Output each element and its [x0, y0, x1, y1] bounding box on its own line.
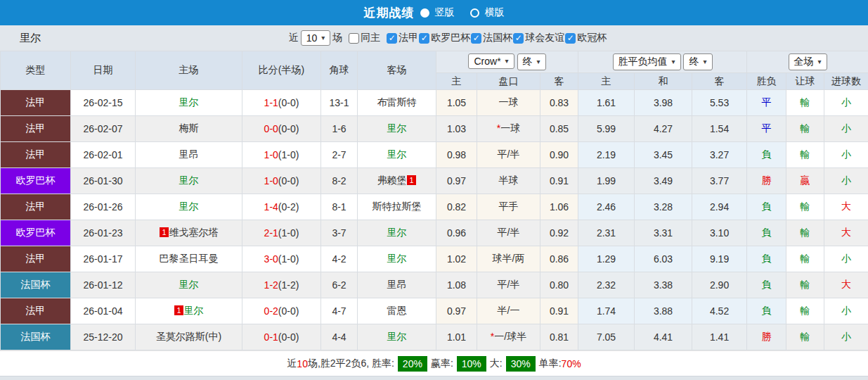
table-row: 欧罗巴杯26-01-231维戈塞尔塔2-1(1-0)3-7里尔0.96平/半0.… — [1, 220, 868, 246]
recent-count-select[interactable]: 10▾ — [301, 30, 331, 46]
handicap-result-cell: 輸 — [786, 194, 824, 220]
league-checkbox[interactable]: ✓欧罗巴杯 — [419, 32, 470, 44]
goals-result-cell: 小 — [824, 298, 868, 324]
avg-away-cell: 1.54 — [692, 116, 747, 142]
avg-away-cell: 3.77 — [692, 168, 747, 194]
score-halftime: (0-0) — [278, 123, 299, 134]
subcol-avg-draw: 和 — [635, 73, 692, 90]
avg-home-cell: 2.31 — [578, 220, 635, 246]
away-team-cell: 弗赖堡1 — [358, 168, 436, 194]
team-name: 里尔 — [20, 32, 41, 45]
goals-result-cell: 小 — [824, 90, 868, 116]
chevron-down-icon: ▾ — [505, 58, 509, 65]
away-team-cell: 里尔 — [358, 324, 436, 350]
col-header-type: 类型 — [1, 51, 71, 90]
handicap-result-cell: 輸 — [786, 90, 824, 116]
away-team-cell: 里昂 — [358, 272, 436, 298]
score-cell: 1-0(1-0) — [242, 142, 321, 168]
odds-time-select[interactable]: 终▾ — [517, 53, 546, 70]
odds-home-cell: 1.02 — [436, 246, 477, 272]
league-checkbox[interactable]: ✓法国杯 — [471, 32, 512, 44]
odds-home-cell: 0.97 — [436, 168, 477, 194]
result-cell: 負 — [747, 246, 786, 272]
match-type-cell: 法甲 — [1, 194, 71, 220]
layout-radio-vertical-icon[interactable] — [420, 8, 429, 18]
handicap-cell: 平手 — [477, 194, 540, 220]
match-type-cell: 法甲 — [1, 90, 71, 116]
score-cell: 1-2(1-2) — [242, 272, 321, 298]
summary-text: 赢率: — [431, 357, 453, 370]
match-date-cell: 26-01-12 — [71, 272, 136, 298]
layout-radio-vertical-label[interactable]: 竖版 — [435, 6, 455, 19]
home-team-cell: 里昂 — [136, 142, 242, 168]
rank-badge: 1 — [407, 175, 415, 185]
page-title: 近期战绩 — [364, 5, 415, 21]
team-name: 里尔 — [179, 279, 199, 290]
match-type-cell: 法甲 — [1, 142, 71, 168]
avg-away-cell: 3.27 — [692, 142, 747, 168]
team-name: 里尔 — [179, 175, 199, 186]
away-team-cell: 里尔 — [358, 116, 436, 142]
avg-home-cell: 1.99 — [578, 168, 635, 194]
away-team-cell: 里尔 — [358, 246, 436, 272]
score-fulltime: 3-0 — [264, 253, 278, 265]
result-cell: 勝 — [747, 324, 786, 350]
chevron-down-icon: ▾ — [321, 34, 325, 42]
avg-home-cell: 1.74 — [578, 298, 635, 324]
subcol-avg-home: 主 — [578, 73, 635, 90]
score-halftime: (0-2) — [278, 201, 299, 213]
scope-select[interactable]: 全场▾ — [789, 53, 827, 70]
score-cell: 2-1(1-0) — [242, 220, 321, 246]
handicap-result-cell: 輸 — [786, 246, 824, 272]
league-label: 法国杯 — [483, 32, 512, 44]
avg-away-cell: 3.10 — [692, 220, 747, 246]
layout-radio-horizontal-icon[interactable] — [470, 8, 479, 18]
handicap-cell: 平/半 — [477, 142, 540, 168]
summary-text: 单率: — [539, 357, 562, 370]
score-fulltime: 0-2 — [264, 305, 278, 317]
odds-home-cell: 0.96 — [436, 220, 477, 246]
avg-home-cell: 5.99 — [578, 116, 635, 142]
corner-cell: 6-2 — [321, 272, 358, 298]
avg-time-select[interactable]: 终▾ — [683, 53, 712, 70]
away-team-cell: 布雷斯特 — [358, 90, 436, 116]
avg-home-cell: 2.46 — [578, 194, 635, 220]
avg-away-cell: 1.41 — [692, 324, 747, 350]
result-cell: 負 — [747, 194, 786, 220]
odds-source-select[interactable]: Crow*▾ — [468, 53, 514, 69]
avg-draw-cell: 3.38 — [635, 272, 692, 298]
score-halftime: (0-0) — [278, 97, 299, 108]
score-fulltime: 1-0 — [264, 149, 278, 160]
col-header-away: 客场 — [358, 51, 436, 90]
odds-select-group: Crow*▾ 终▾ — [436, 51, 578, 73]
odds-home-cell: 0.97 — [436, 298, 477, 324]
league-checkbox[interactable]: ✓球会友谊 — [513, 32, 564, 44]
avg-away-cell: 5.53 — [692, 90, 747, 116]
handicap-cell: *一球 — [477, 116, 540, 142]
home-team-cell: 里尔 — [136, 194, 242, 220]
league-label: 法甲 — [399, 32, 418, 44]
rate-badge: 10% — [457, 356, 486, 372]
handicap-result-cell: 輸 — [786, 116, 824, 142]
checkbox-icon — [349, 33, 359, 44]
table-row: 欧罗巴杯26-01-30里尔1-0(0-0)8-2弗赖堡10.97半球0.911… — [1, 168, 868, 194]
avg-draw-cell: 3.49 — [635, 168, 692, 194]
layout-radio-horizontal-label[interactable]: 横版 — [485, 6, 505, 19]
home-team-cell: 里尔 — [136, 90, 242, 116]
league-checkbox[interactable]: ✓法甲 — [387, 32, 418, 44]
same-home-checkbox[interactable]: 同主 — [349, 32, 380, 44]
league-checkbox[interactable]: ✓欧冠杯 — [565, 32, 607, 44]
subcol-odds-home: 主 — [436, 73, 477, 90]
home-team-cell: 巴黎圣日耳曼 — [136, 246, 242, 272]
score-cell: 3-0(1-0) — [242, 246, 321, 272]
team-name: 里尔 — [387, 227, 407, 238]
odds-away-cell: 0.85 — [540, 116, 578, 142]
team-name: 圣莫尔路斯(中) — [156, 331, 221, 342]
match-date-cell: 26-01-04 — [71, 298, 136, 324]
avg-odds-select[interactable]: 胜平负均值▾ — [613, 53, 681, 70]
result-cell: 負 — [747, 298, 786, 324]
league-checkbox-group: ✓法甲✓欧罗巴杯✓法国杯✓球会友谊✓欧冠杯 — [387, 32, 607, 45]
handicap-cell: 半/一 — [477, 298, 540, 324]
score-halftime: (1-0) — [278, 253, 299, 265]
team-name: 里尔 — [179, 96, 199, 108]
